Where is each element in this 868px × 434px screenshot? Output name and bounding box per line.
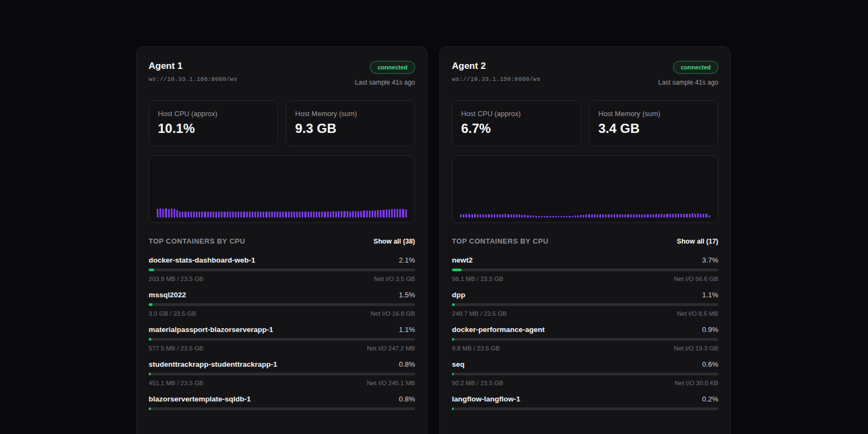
status-badge: connected bbox=[370, 61, 415, 74]
cpu-progress-track bbox=[149, 407, 415, 410]
cpu-progress-fill bbox=[149, 338, 151, 341]
cpu-progress-fill bbox=[452, 338, 454, 341]
sparkline-bars bbox=[157, 161, 407, 218]
cpu-progress-fill bbox=[452, 269, 462, 271]
container-row: blazorservertemplate-sqldb-1 0.8% bbox=[149, 395, 415, 414]
cpu-progress-track bbox=[149, 303, 415, 306]
agent-ws-url: ws://10.33.1.150:8080/ws bbox=[452, 76, 540, 82]
container-cpu-percent: 0.2% bbox=[702, 395, 718, 403]
cpu-progress-fill bbox=[452, 407, 454, 410]
container-cpu-percent: 0.8% bbox=[399, 360, 415, 368]
container-cpu-percent: 1.5% bbox=[399, 291, 415, 299]
container-row: mssql2022 1.5% 3.0 GB / 23.5 GB Net I/O … bbox=[149, 291, 415, 317]
container-cpu-percent: 2.1% bbox=[399, 256, 415, 264]
last-sample-label: Last sample 41s ago bbox=[355, 79, 415, 86]
stat-card-host-memory: Host Memory (sum) 9.3 GB bbox=[286, 100, 415, 146]
cpu-sparkline-chart bbox=[149, 155, 415, 223]
show-all-link[interactable]: Show all (17) bbox=[677, 238, 718, 245]
stat-label: Host CPU (approx) bbox=[461, 110, 572, 118]
cpu-progress-track bbox=[452, 303, 718, 306]
container-row: docker-performance-agent 0.9% 9.8 MB / 2… bbox=[452, 326, 718, 352]
status-badge: connected bbox=[673, 61, 718, 74]
section-title: TOP CONTAINERS BY CPU bbox=[452, 237, 548, 245]
container-cpu-percent: 0.9% bbox=[702, 326, 718, 334]
last-sample-label: Last sample 41s ago bbox=[658, 79, 718, 86]
show-all-link[interactable]: Show all (38) bbox=[374, 238, 415, 245]
stat-cards: Host CPU (approx) 6.7% Host Memory (sum)… bbox=[452, 100, 718, 146]
cpu-progress-track bbox=[149, 373, 415, 375]
container-memory: 98.1 MB / 23.5 GB bbox=[452, 276, 503, 282]
agent-title: Agent 2 bbox=[452, 61, 540, 72]
agent-header-right: connected Last sample 41s ago bbox=[658, 61, 718, 86]
container-netio: Net I/O 16.8 GB bbox=[371, 310, 415, 317]
cpu-progress-track bbox=[149, 269, 415, 271]
container-list: newt2 3.7% 98.1 MB / 23.5 GB Net I/O 56.… bbox=[452, 256, 718, 414]
container-netio: Net I/O 56.6 GB bbox=[674, 276, 718, 282]
cpu-progress-fill bbox=[149, 269, 154, 271]
section-header: TOP CONTAINERS BY CPU Show all (17) bbox=[452, 237, 718, 245]
container-memory: 248.7 MB / 23.5 GB bbox=[452, 310, 507, 317]
agents-dashboard: Agent 1 ws://10.33.1.166:8080/ws connect… bbox=[136, 46, 731, 434]
container-row: newt2 3.7% 98.1 MB / 23.5 GB Net I/O 56.… bbox=[452, 256, 718, 282]
container-memory: 3.0 GB / 23.5 GB bbox=[149, 310, 196, 317]
stat-label: Host Memory (sum) bbox=[295, 110, 406, 118]
agent-header-left: Agent 2 ws://10.33.1.150:8080/ws bbox=[452, 61, 540, 82]
container-list: docker-stats-dashboard-web-1 2.1% 203.9 … bbox=[149, 256, 415, 414]
container-name: dpp bbox=[452, 291, 465, 299]
container-name: studenttrackrapp-studenttrackrapp-1 bbox=[149, 360, 277, 368]
container-memory: 90.2 MB / 23.5 GB bbox=[452, 380, 503, 386]
cpu-progress-track bbox=[452, 373, 718, 375]
cpu-progress-fill bbox=[452, 303, 455, 306]
container-name: newt2 bbox=[452, 256, 473, 264]
container-name: materialpassport-blazorserverapp-1 bbox=[149, 326, 273, 334]
container-cpu-percent: 3.7% bbox=[702, 256, 718, 264]
agent-header-right: connected Last sample 41s ago bbox=[355, 61, 415, 86]
container-cpu-percent: 1.1% bbox=[702, 291, 718, 299]
agent-header-left: Agent 1 ws://10.33.1.166:8080/ws bbox=[149, 61, 237, 82]
sparkline-bars bbox=[460, 161, 710, 218]
container-row: studenttrackrapp-studenttrackrapp-1 0.8%… bbox=[149, 360, 415, 386]
container-memory: 577.5 MB / 23.5 GB bbox=[149, 345, 203, 352]
stat-card-host-cpu: Host CPU (approx) 10.1% bbox=[149, 100, 278, 146]
container-memory: 9.8 MB / 23.5 GB bbox=[452, 345, 500, 352]
stat-label: Host Memory (sum) bbox=[598, 110, 709, 118]
container-name: seq bbox=[452, 360, 464, 368]
stat-card-host-cpu: Host CPU (approx) 6.7% bbox=[452, 100, 581, 146]
container-name: docker-stats-dashboard-web-1 bbox=[149, 256, 256, 264]
stat-label: Host CPU (approx) bbox=[158, 110, 269, 118]
cpu-progress-track bbox=[452, 407, 718, 410]
container-row: seq 0.6% 90.2 MB / 23.5 GB Net I/O 30.0 … bbox=[452, 360, 718, 386]
agent-header: Agent 2 ws://10.33.1.150:8080/ws connect… bbox=[452, 61, 718, 86]
agent-panel-2: Agent 2 ws://10.33.1.150:8080/ws connect… bbox=[439, 46, 731, 434]
container-memory: 203.9 MB / 23.5 GB bbox=[149, 276, 203, 282]
cpu-progress-fill bbox=[149, 373, 151, 375]
container-cpu-percent: 0.8% bbox=[399, 395, 415, 403]
container-row: materialpassport-blazorserverapp-1 1.1% … bbox=[149, 326, 415, 352]
agent-title: Agent 1 bbox=[149, 61, 237, 72]
container-netio: Net I/O 3.5 GB bbox=[374, 276, 415, 282]
agent-header: Agent 1 ws://10.33.1.166:8080/ws connect… bbox=[149, 61, 415, 86]
stat-cards: Host CPU (approx) 10.1% Host Memory (sum… bbox=[149, 100, 415, 146]
cpu-sparkline-chart bbox=[452, 155, 718, 223]
container-name: langflow-langflow-1 bbox=[452, 395, 520, 403]
container-netio: Net I/O 247.2 MB bbox=[367, 345, 415, 352]
cpu-progress-track bbox=[452, 269, 718, 271]
container-row: dpp 1.1% 248.7 MB / 23.5 GB Net I/O 8.5 … bbox=[452, 291, 718, 317]
container-netio: Net I/O 8.5 MB bbox=[677, 310, 718, 317]
stat-value: 9.3 GB bbox=[295, 121, 406, 136]
stat-value: 3.4 GB bbox=[598, 121, 709, 136]
cpu-progress-fill bbox=[149, 407, 151, 410]
agent-ws-url: ws://10.33.1.166:8080/ws bbox=[149, 76, 237, 82]
container-row: docker-stats-dashboard-web-1 2.1% 203.9 … bbox=[149, 256, 415, 282]
container-cpu-percent: 1.1% bbox=[399, 326, 415, 334]
cpu-progress-fill bbox=[149, 303, 152, 306]
section-header: TOP CONTAINERS BY CPU Show all (38) bbox=[149, 237, 415, 245]
container-name: blazorservertemplate-sqldb-1 bbox=[149, 395, 251, 403]
stat-card-host-memory: Host Memory (sum) 3.4 GB bbox=[589, 100, 718, 146]
container-memory: 451.1 MB / 23.5 GB bbox=[149, 380, 203, 386]
cpu-progress-track bbox=[149, 338, 415, 341]
container-netio: Net I/O 19.3 GB bbox=[674, 345, 718, 352]
container-netio: Net I/O 245.1 MB bbox=[367, 380, 415, 386]
container-name: docker-performance-agent bbox=[452, 326, 545, 334]
cpu-progress-fill bbox=[452, 373, 454, 375]
